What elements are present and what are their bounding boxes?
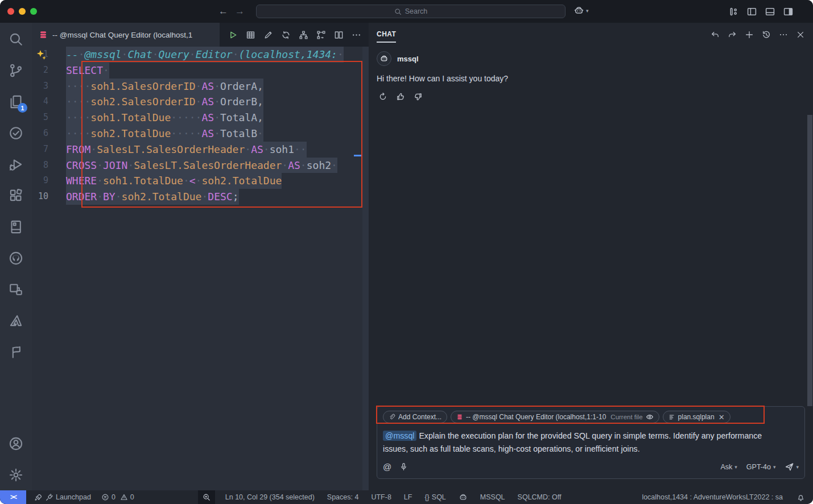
sidebar-item-azure[interactable]: [0, 305, 32, 336]
sidebar-item-run-and-debug[interactable]: [0, 148, 32, 180]
add-context-label: Add Context...: [398, 413, 441, 421]
code-line-7[interactable]: 7FROM·SalesLT.SalesOrderHeader·AS·soh1··: [32, 142, 362, 158]
title-bar: ← → Search ▾: [0, 0, 813, 23]
code-line-2[interactable]: 2SELECT·: [32, 63, 362, 79]
plan-chip-label: plan.sqlplan: [678, 413, 715, 421]
forward-arrow-icon[interactable]: →: [235, 6, 245, 17]
selected-text: CROSS·JOIN·SalesLT.SalesOrderHeader·AS·s…: [66, 158, 337, 173]
indentation-indicator[interactable]: Spaces: 4: [327, 493, 359, 501]
zoom-window-button[interactable]: [30, 8, 37, 15]
chevron-down-icon: ▾: [734, 464, 737, 470]
eye-icon[interactable]: [646, 413, 654, 421]
code-line-10[interactable]: 10ORDER·BY·soh2.TotalDue·DESC;: [32, 189, 362, 205]
results-grid-icon[interactable]: [243, 27, 258, 42]
sql-database-projects-icon: [9, 345, 23, 360]
chat-mode-dropdown[interactable]: Ask▾: [720, 463, 737, 471]
mssql-mention: @mssql: [383, 431, 416, 441]
cursor-position[interactable]: Ln 10, Col 29 (354 selected): [225, 493, 315, 501]
tab-chat[interactable]: CHAT: [377, 30, 396, 40]
regenerate-button[interactable]: [377, 90, 389, 103]
code-line-4[interactable]: 4····soh2.SalesOrderID·AS·OrderB,: [32, 94, 362, 110]
sidebar-item-testing[interactable]: [0, 117, 32, 148]
code-line-3[interactable]: 3····soh1.SalesOrderID·AS·OrderA,: [32, 79, 362, 94]
copilot-menu-button[interactable]: ▾: [573, 5, 589, 16]
customize-layout-icon[interactable]: [728, 6, 739, 17]
rocket-icon: [34, 493, 43, 502]
split-editor-icon[interactable]: [331, 27, 346, 42]
history-icon[interactable]: [760, 28, 773, 42]
context-chip-plan-sqlplan[interactable]: plan.sqlplan ✕: [663, 411, 731, 423]
language-mode[interactable]: {} SQL: [424, 493, 445, 501]
line-number: 8: [32, 158, 66, 173]
line-number: 7: [32, 142, 66, 158]
run-query-icon[interactable]: [225, 27, 240, 42]
remove-chip-icon[interactable]: ✕: [719, 413, 725, 422]
more-icon[interactable]: [777, 28, 790, 42]
estimated-plan-icon[interactable]: [296, 27, 311, 42]
sidebar-item-sql-database-projects[interactable]: [0, 336, 32, 367]
sidebar-item-remote-explorer[interactable]: [0, 274, 32, 305]
notifications-bell-icon[interactable]: [797, 493, 805, 502]
mssql-indicator[interactable]: MSSQL: [480, 493, 505, 501]
edit-query-icon[interactable]: [261, 27, 275, 42]
send-icon[interactable]: [785, 462, 794, 472]
close-icon[interactable]: [794, 28, 807, 42]
code-line-8[interactable]: 8CROSS·JOIN·SalesLT.SalesOrderHeader·AS·…: [32, 158, 362, 173]
sidebar-item-accounts[interactable]: [0, 428, 32, 459]
mention-picker-button[interactable]: @: [383, 462, 391, 472]
sidebar-item-github[interactable]: [0, 242, 32, 274]
chevron-down-icon: ▾: [586, 8, 589, 14]
search-placeholder: Search: [405, 7, 428, 15]
sqlcmd-indicator[interactable]: SQLCMD: Off: [518, 493, 562, 501]
chat-scrollbar[interactable]: [807, 115, 812, 406]
code-line-1[interactable]: 1--·@mssql·Chat·Query·Editor·(localhost,…: [32, 47, 362, 63]
chevron-down-icon[interactable]: ▾: [796, 464, 799, 470]
launchpad-button[interactable]: Launchpad: [34, 493, 91, 502]
model-picker-dropdown[interactable]: GPT-4o▾: [746, 463, 776, 471]
search-input[interactable]: Search: [256, 5, 566, 18]
change-connection-icon[interactable]: [278, 27, 293, 42]
chat-input-container[interactable]: Add Context... -- @mssql Chat Query Edit…: [377, 406, 805, 479]
copilot-status-icon[interactable]: [459, 493, 468, 502]
traffic-lights: [7, 8, 37, 15]
context-chip-current-file[interactable]: -- @mssql Chat Query Editor (localhost,1…: [451, 411, 659, 423]
sidebar-item-notebooks[interactable]: [0, 211, 32, 242]
sql-editor[interactable]: 1--·@mssql·Chat·Query·Editor·(localhost,…: [32, 47, 369, 490]
code-line-9[interactable]: 9WHERE·soh1.TotalDue·<·soh2.TotalDue: [32, 173, 362, 189]
editor-scrollbar[interactable]: [362, 47, 369, 490]
encoding-indicator[interactable]: UTF-8: [371, 493, 391, 501]
minimize-window-button[interactable]: [19, 8, 26, 15]
sidebar-item-explorer[interactable]: 1: [0, 86, 32, 117]
close-window-button[interactable]: [7, 8, 14, 15]
source-control-icon: [9, 63, 23, 78]
code-line-6[interactable]: 6····soh2.TotalDue·····AS·TotalB·: [32, 126, 362, 142]
toggle-panel-icon[interactable]: [765, 6, 775, 17]
toggle-secondary-sidebar-icon[interactable]: [783, 6, 794, 17]
add-context-button[interactable]: Add Context...: [383, 411, 447, 423]
copilot-sparkle-icon[interactable]: [36, 49, 47, 61]
code-line-5[interactable]: 5····soh1.TotalDue·····AS·TotalA,: [32, 110, 362, 126]
problems-indicator[interactable]: 0 0: [101, 493, 134, 501]
new-chat-icon[interactable]: [742, 28, 756, 42]
toggle-sidebar-icon[interactable]: [746, 6, 757, 17]
eol-indicator[interactable]: LF: [404, 493, 412, 501]
redo-icon[interactable]: [725, 28, 739, 42]
microphone-icon[interactable]: [399, 462, 408, 471]
sidebar-item-source-control[interactable]: [0, 55, 32, 86]
back-arrow-icon[interactable]: ←: [218, 6, 228, 17]
sidebar-item-search[interactable]: [0, 23, 32, 55]
prompt-text: Explain the execution plan for the provi…: [383, 431, 762, 453]
tab-mssql-chat-query-editor[interactable]: -- @mssql Chat Query Editor (localhost,1: [32, 23, 220, 47]
thumbs-up-button[interactable]: [394, 90, 407, 103]
chat-input-text[interactable]: @mssql Explain the execution plan for th…: [383, 429, 763, 455]
sidebar-item-extensions[interactable]: [0, 180, 32, 211]
remote-indicator[interactable]: ><: [0, 490, 26, 504]
zoom-indicator[interactable]: [198, 490, 215, 504]
actual-plan-icon[interactable]: [313, 27, 328, 42]
more-actions-icon[interactable]: [349, 27, 364, 42]
search-icon: [9, 32, 23, 47]
connection-indicator[interactable]: localhost,1434 : AdventureWorksLT2022 : …: [642, 493, 783, 501]
undo-icon[interactable]: [708, 28, 722, 42]
thumbs-down-button[interactable]: [412, 90, 424, 103]
sidebar-item-settings[interactable]: [0, 459, 32, 490]
